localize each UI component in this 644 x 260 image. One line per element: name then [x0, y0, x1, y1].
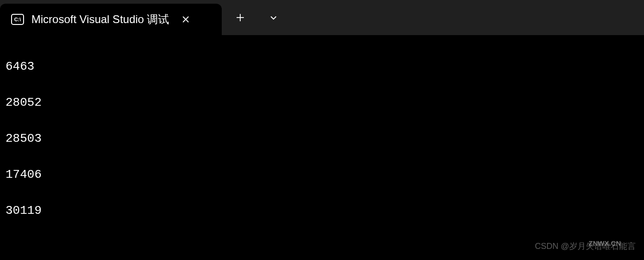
plus-icon [236, 13, 244, 22]
new-tab-button[interactable] [231, 8, 249, 27]
tab-bar: C:\ Microsoft Visual Studio 调试 [0, 0, 644, 35]
terminal-output[interactable]: 6463 28052 28503 17406 30119 D:\code\sta… [0, 35, 644, 260]
terminal-icon: C:\ [11, 14, 24, 25]
terminal-icon-text: C:\ [14, 17, 21, 22]
output-line: 28052 [6, 94, 638, 112]
watermark-text: CSDN @岁月失语唯石能言 [535, 241, 636, 252]
close-icon [182, 16, 189, 23]
tab-dropdown-button[interactable] [264, 8, 283, 27]
active-tab[interactable]: C:\ Microsoft Visual Studio 调试 [0, 4, 222, 35]
output-line: 28503 [6, 130, 638, 148]
output-line: 17406 [6, 166, 638, 184]
chevron-down-icon [269, 13, 278, 22]
output-line: 30119 [6, 202, 638, 220]
close-tab-button[interactable] [178, 12, 193, 27]
output-line: 6463 [6, 58, 638, 76]
tab-title: Microsoft Visual Studio 调试 [31, 12, 169, 27]
tab-actions [222, 0, 283, 35]
